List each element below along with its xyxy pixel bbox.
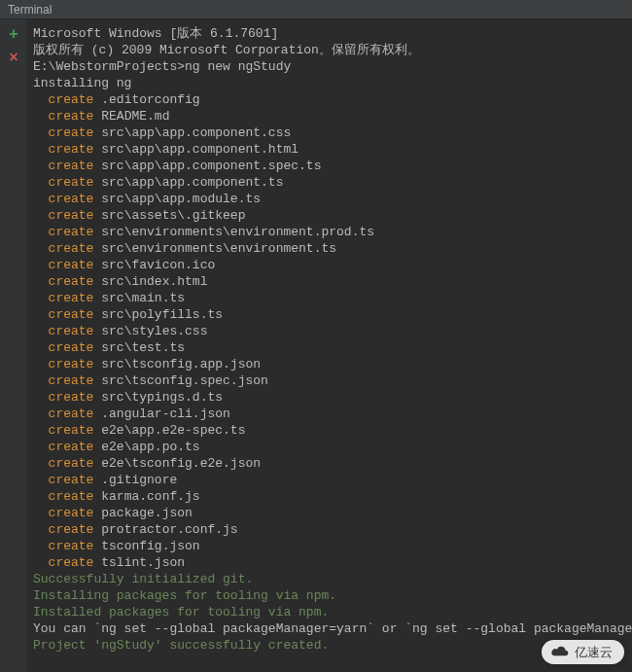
terminal-line: 版权所有 (c) 2009 Microsoft Corporation。保留所有…: [33, 42, 626, 58]
terminal-line: create src\index.html: [33, 273, 626, 290]
terminal-line: create src\main.ts: [33, 290, 626, 306]
terminal-line: create e2e\tsconfig.e2e.json: [33, 455, 626, 472]
terminal-line: create .angular-cli.json: [33, 406, 626, 422]
title-text: Terminal: [8, 3, 52, 17]
terminal-line: installing ng: [33, 75, 626, 91]
plus-icon[interactable]: +: [6, 27, 21, 43]
gutter: + ×: [0, 19, 27, 672]
close-icon[interactable]: ×: [6, 51, 21, 66]
terminal-line: Installing packages for tooling via npm.: [33, 587, 626, 604]
terminal-line: create tslint.json: [33, 554, 626, 571]
terminal-line: create README.md: [33, 108, 626, 124]
cloud-icon: [549, 645, 571, 660]
content-area: + × Microsoft Windows [版本 6.1.7601]版权所有 …: [0, 19, 632, 672]
terminal-output[interactable]: Microsoft Windows [版本 6.1.7601]版权所有 (c) …: [27, 19, 632, 672]
terminal-line: create src\app\app.component.html: [33, 141, 626, 158]
terminal-line: create src\app\app.component.css: [33, 124, 626, 141]
terminal-line: E:\WebstormProjects>ng new ngStudy: [33, 58, 626, 75]
terminal-line: You can `ng set --global packageManager=…: [33, 620, 626, 637]
terminal-line: create package.json: [33, 505, 626, 521]
terminal-line: create src\tsconfig.spec.json: [33, 372, 626, 389]
terminal-line: create e2e\app.e2e-spec.ts: [33, 422, 626, 439]
terminal-line: Project 'ngStudy' successfully created.: [33, 637, 626, 654]
watermark-text: 亿速云: [575, 644, 613, 660]
watermark: 亿速云: [542, 640, 624, 664]
terminal-line: create src\polyfills.ts: [33, 306, 626, 323]
terminal-line: create src\assets\.gitkeep: [33, 207, 626, 224]
terminal-line: create src\app\app.component.spec.ts: [33, 158, 626, 174]
terminal-line: Successfully initialized git.: [33, 571, 626, 587]
terminal-line: create karma.conf.js: [33, 488, 626, 505]
terminal-line: Installed packages for tooling via npm.: [33, 604, 626, 620]
terminal-line: create .gitignore: [33, 472, 626, 488]
terminal-line: create src\typings.d.ts: [33, 389, 626, 406]
terminal-line: create protractor.conf.js: [33, 521, 626, 538]
title-bar: Terminal: [0, 0, 632, 19]
terminal-line: create src\app\app.module.ts: [33, 191, 626, 207]
terminal-line: create src\test.ts: [33, 339, 626, 356]
terminal-line: create src\app\app.component.ts: [33, 174, 626, 191]
terminal-line: create src\favicon.ico: [33, 257, 626, 273]
terminal-line: create src\environments\environment.ts: [33, 240, 626, 257]
terminal-line: create src\styles.css: [33, 323, 626, 339]
terminal-line: create src\environments\environment.prod…: [33, 224, 626, 240]
terminal-line: Microsoft Windows [版本 6.1.7601]: [33, 25, 626, 42]
terminal-line: create .editorconfig: [33, 91, 626, 108]
terminal-line: create src\tsconfig.app.json: [33, 356, 626, 372]
terminal-line: create e2e\app.po.ts: [33, 439, 626, 455]
terminal-line: create tsconfig.json: [33, 538, 626, 554]
